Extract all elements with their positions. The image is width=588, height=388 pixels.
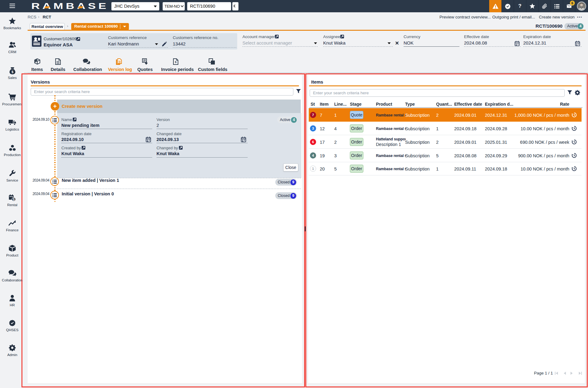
svg-text:$: $	[13, 198, 15, 201]
svg-text:$: $	[175, 60, 177, 63]
svg-text:$: $	[11, 70, 13, 74]
svg-text:RAMBASE: RAMBASE	[31, 1, 106, 10]
